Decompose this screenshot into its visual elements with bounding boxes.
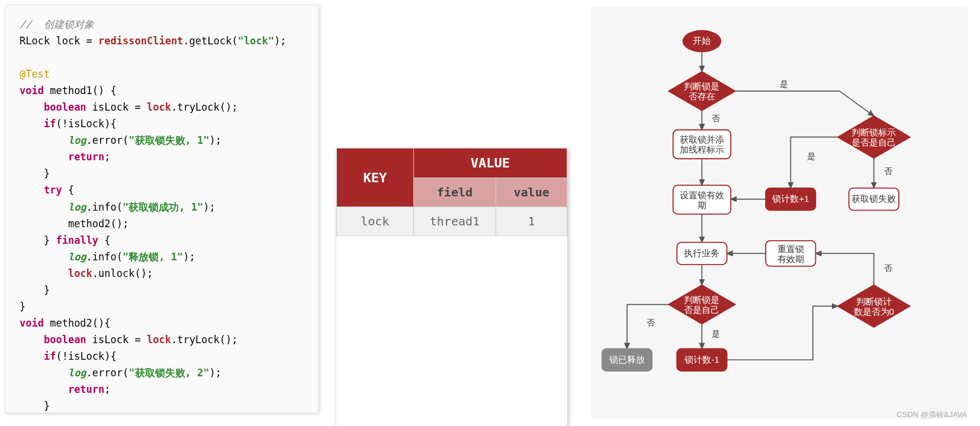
svg-text:获取锁并添: 获取锁并添 (680, 134, 724, 144)
svg-text:锁计数+1: 锁计数+1 (772, 193, 809, 204)
code-block: // 创建锁对象 RLock lock = redissonClient.get… (5, 5, 319, 413)
table-row: lock thread1 1 (337, 207, 567, 236)
svg-text:否: 否 (712, 114, 720, 123)
svg-text:否是自己: 否是自己 (684, 305, 719, 315)
svg-text:锁已释放: 锁已释放 (609, 354, 645, 364)
flowchart: 开始 判断锁是 否存在 是 否 获取锁并添 加线程标示 设置锁有效 期 (591, 7, 968, 419)
svg-text:否: 否 (647, 318, 655, 327)
code-comment: // 创建锁对象 (20, 18, 94, 30)
svg-text:是否是自己: 是否是自己 (852, 137, 896, 147)
svg-text:判断锁标示: 判断锁标示 (852, 127, 896, 137)
hash-table: KEY VALUE field value lock thread1 1 (336, 148, 567, 426)
svg-text:加线程标示: 加线程标示 (680, 144, 724, 154)
svg-text:判断锁是: 判断锁是 (684, 295, 719, 305)
svg-text:锁计数-1: 锁计数-1 (684, 354, 719, 364)
cell-field: thread1 (413, 207, 496, 236)
code-annotation: @Test (20, 68, 50, 80)
svg-text:设置锁有效: 设置锁有效 (680, 190, 724, 200)
header-key: KEY (337, 149, 414, 207)
subheader-value: value (496, 178, 567, 207)
svg-text:有效期: 有效期 (777, 254, 804, 264)
svg-text:否: 否 (884, 263, 892, 273)
svg-text:否存在: 否存在 (689, 91, 715, 101)
svg-text:数是否为0: 数是否为0 (854, 306, 894, 317)
svg-text:执行业务: 执行业务 (684, 248, 719, 258)
svg-text:判断锁是: 判断锁是 (684, 81, 719, 91)
cell-key: lock (337, 207, 414, 236)
svg-text:获取锁失败: 获取锁失败 (852, 193, 896, 204)
subheader-field: field (413, 178, 496, 207)
cell-value: 1 (496, 207, 567, 236)
watermark: CSDN @添砖&JAVA (897, 409, 967, 420)
svg-text:否: 否 (884, 166, 892, 176)
svg-text:是: 是 (807, 151, 815, 161)
header-value: VALUE (413, 149, 567, 178)
svg-text:是: 是 (712, 329, 720, 338)
svg-text:重置锁: 重置锁 (777, 244, 804, 254)
svg-text:是: 是 (780, 79, 788, 89)
svg-text:开始: 开始 (693, 36, 711, 46)
svg-text:判断锁计: 判断锁计 (856, 296, 892, 306)
svg-text:期: 期 (698, 200, 706, 210)
